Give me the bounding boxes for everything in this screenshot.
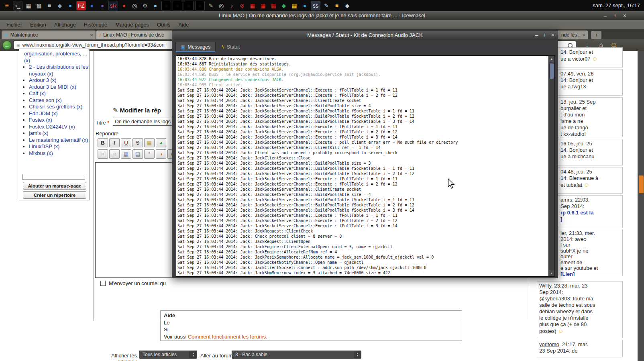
quote-icon[interactable]: “ [144,149,155,159]
shout-link[interactable]: [Lien] [560,271,575,277]
pen-icon[interactable]: ✎ [322,1,331,10]
close-button[interactable]: × [551,30,554,40]
shout-link[interactable]: Willty [539,283,551,289]
yellow-app-icon[interactable]: ▦ [290,1,299,10]
bookmark-link[interactable]: LinuxDSP (x) [29,143,59,149]
add-bookmark-button[interactable]: Ajouter un marque-page [23,182,86,190]
shout-link[interactable]: ] [560,216,562,222]
bookmark-name-input[interactable] [22,174,85,180]
bookmark-link[interactable]: organisation, problèmes, ... (x) [24,51,87,63]
red-app2-icon[interactable]: ▦ [259,1,267,10]
bookmark-link[interactable]: Edit JDM (x) [29,110,58,116]
list-icon[interactable]: ≡ [109,149,120,159]
bookmark-link[interactable]: Calf (x) [29,90,46,96]
log-scrollbar[interactable]: ▲ ▼ [548,56,554,276]
scrollbar-thumb[interactable] [639,175,644,193]
terminal4-icon[interactable]: ■ [184,1,194,10]
bookmark-link[interactable]: Fostex D2424LV (x) [29,124,75,130]
menu-item[interactable]: Outils [153,20,174,29]
scroll-up-icon[interactable]: ▲ [549,56,554,62]
disk-icon[interactable]: ◆ [55,1,64,10]
app-launcher-icon[interactable]: ✳ [2,1,11,10]
format-button[interactable]: U [121,138,131,147]
tab-statut[interactable]: ϟ Statut [216,42,245,52]
bookmark-link[interactable]: Fostex (x) [29,117,52,123]
editor-icon[interactable]: ✎ [206,1,215,10]
color-icon[interactable]: ◑ [156,149,166,159]
bookmark-link[interactable]: Mixbus (x) [29,150,53,156]
terminal5-icon[interactable]: ■ [195,1,205,10]
shout-link[interactable]: rp 0.6.1 est là [560,210,593,216]
scrollbar-thumb[interactable] [549,63,554,79]
browser-icon[interactable]: ● [66,1,75,10]
align-icon[interactable]: ≡ [98,149,108,159]
insert-image-icon[interactable]: ▦ [144,138,155,147]
bookmark-link[interactable]: Le mastering alternatif (x) [29,137,88,143]
forums-help-link[interactable]: Comment fonctionnent les forums. [188,334,267,340]
log-view[interactable]: 16:03:44.878 Baie de brassage désactivée… [176,55,555,277]
bookmark-link[interactable]: Cartes son (x) [29,97,62,103]
minimize-button[interactable]: – [535,30,538,40]
capture-icon[interactable]: ● [151,1,160,10]
terminal3-icon[interactable]: ■ [173,1,182,10]
bookmark-link[interactable]: Choisir ses greffons (x) [29,104,82,110]
settings-icon[interactable]: ⚙ [141,1,149,10]
format-button[interactable]: I [109,138,120,147]
purple-app-icon[interactable]: ● [98,1,107,10]
back-button[interactable]: ← [2,41,12,50]
menu-item[interactable]: Historique [80,20,112,29]
insert-link-icon[interactable]: ◕ [156,138,166,147]
new-tab-button[interactable]: + [591,31,601,39]
format-button[interactable]: B [98,138,108,147]
email-checkbox[interactable] [100,281,106,286]
minimize-button[interactable]: – [604,12,607,19]
menu-item[interactable]: Affichage [50,20,80,29]
menu-item[interactable]: Marque-pages [111,20,153,29]
close-button[interactable]: × [623,12,626,19]
page-scrollbar[interactable] [638,51,644,361]
bookmark-link[interactable]: Ardour 3 Le MIDI (x) [29,84,76,90]
create-folder-button[interactable]: Créer un répertoire [23,191,86,199]
blue-app-icon[interactable]: ● [88,1,96,10]
terminal-icon[interactable]: ›_ [13,1,22,10]
error-icon[interactable]: ⊘ [238,1,247,10]
terminal2-icon[interactable]: ■ [161,1,171,10]
search-icon[interactable]: ◎ [130,1,139,10]
table-icon[interactable]: ▦ [121,149,131,159]
display-icon[interactable]: ▦ [24,1,33,10]
scroll-down-icon[interactable]: ▼ [549,270,554,276]
monitor-icon[interactable]: ■ [45,1,54,10]
red-app3-icon[interactable]: ▦ [269,1,278,10]
menu-item[interactable]: Aide [174,20,193,29]
bookmark-link[interactable]: jam's (x) [29,130,49,136]
ss-app-icon[interactable]: ss [311,1,320,10]
folder-icon[interactable]: ■ [332,1,341,10]
shout-link[interactable]: yoritomo [539,341,559,347]
menu-item[interactable]: Édition [26,20,50,29]
menu-item[interactable]: Fichier [2,20,26,29]
simplescreenrecorder-icon[interactable]: sR [108,1,118,10]
magnifier-icon[interactable]: ◎ [217,1,226,10]
tab-close-icon[interactable]: × [90,32,93,38]
qjackctl-messages-window[interactable]: Messages / Statut - Kit de Connexion Aud… [172,30,558,278]
red-app1-icon[interactable]: ▦ [248,1,257,10]
tab-messages[interactable]: ▣ Messages [175,42,216,52]
filezilla-icon[interactable]: FZ [76,1,86,10]
articles-filter-select[interactable]: Tous les articles ▲▼ [139,351,197,359]
dialog-titlebar[interactable]: Messages / Statut - Kit de Connexion Aud… [172,31,558,40]
record-icon[interactable]: ● [120,1,128,10]
frame-icon[interactable]: ▤ [132,149,143,159]
goto-forum-select[interactable]: 3 - Bac à sable ▲▼ [232,351,361,359]
tab-close-icon[interactable]: × [582,32,585,38]
green-app-icon[interactable]: ◆ [279,1,288,10]
bookmark-link[interactable]: Ardour 3 (x) [29,77,57,83]
file-manager-icon[interactable]: ▩ [35,1,43,10]
format-button[interactable]: S [132,138,143,147]
maximize-button[interactable]: + [613,12,617,19]
tab-maintenance[interactable]: ⚙ Maintenance × [2,31,96,39]
mouse-icon[interactable]: ◆ [343,1,352,10]
maximize-button[interactable]: + [543,30,546,40]
browser-titlebar[interactable]: Linux MAO | On me demande les logs de ja… [0,11,644,20]
drop-app-icon[interactable]: ● [300,1,309,10]
audio-app-icon[interactable]: ♪ [227,1,236,10]
